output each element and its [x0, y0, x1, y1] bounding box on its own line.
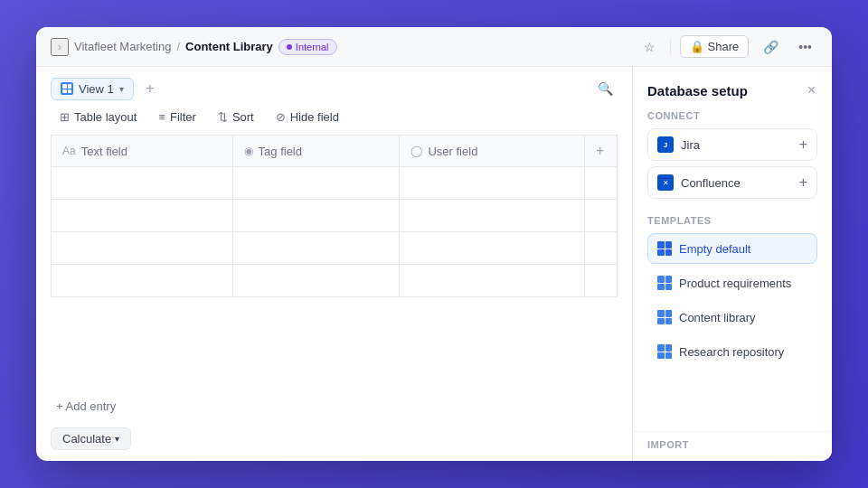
- template-label: Empty default: [679, 242, 751, 256]
- confluence-connect-left: ✕ Confluence: [657, 174, 741, 191]
- filter-button[interactable]: ≡ Filter: [149, 107, 204, 127]
- views-left: View 1 ▾ +: [51, 78, 161, 100]
- template-research-repository[interactable]: Research repository: [647, 336, 817, 367]
- template-icon: [657, 310, 672, 324]
- content-area: View 1 ▾ + 🔍 ⊞ Table layout ≡ F: [36, 67, 832, 461]
- cell[interactable]: [232, 265, 400, 297]
- toolbar: View 1 ▾ + 🔍 ⊞ Table layout ≡ F: [36, 67, 632, 135]
- col-header-text-label: Text field: [81, 145, 127, 158]
- text-field-icon: Aa: [62, 145, 76, 157]
- connect-label: CONNECT: [647, 110, 817, 121]
- filter-label: Filter: [170, 110, 196, 124]
- cell[interactable]: [400, 232, 585, 265]
- import-label: IMPORT: [647, 439, 817, 450]
- table-row: [52, 200, 618, 232]
- divider: [670, 38, 671, 56]
- jira-add-icon: +: [799, 136, 807, 153]
- filter-icon: ≡: [158, 110, 165, 124]
- calculate-row: Calculate ▾: [36, 424, 632, 461]
- views-row: View 1 ▾ + 🔍: [51, 76, 618, 101]
- collapse-sidebar-button[interactable]: ›: [51, 38, 69, 56]
- jira-connect-item[interactable]: J Jira +: [647, 128, 817, 161]
- more-button[interactable]: •••: [793, 36, 817, 58]
- template-icon: [657, 241, 672, 256]
- col-header-tag[interactable]: ◉ Tag field: [232, 136, 400, 167]
- hide-icon: ⊘: [276, 110, 286, 124]
- col-header-user[interactable]: ◯ User field: [400, 136, 585, 167]
- add-column-header[interactable]: +: [585, 136, 618, 167]
- main-window: › Vitafleet Marketing / Content Library …: [36, 27, 832, 461]
- template-label: Content library: [679, 311, 756, 324]
- cell[interactable]: [232, 200, 400, 232]
- add-entry-row: + Add entry: [36, 389, 632, 424]
- template-icon: [657, 276, 672, 290]
- user-field-icon: ◯: [410, 145, 422, 157]
- view-tab-chevron: ▾: [119, 84, 124, 94]
- cell: [585, 200, 618, 232]
- share-button[interactable]: 🔒 Share: [680, 35, 750, 58]
- data-table: Aa Text field ◉ Tag field: [51, 135, 618, 297]
- breadcrumb: › Vitafleet Marketing / Content Library …: [51, 38, 337, 56]
- visibility-badge: Internal: [278, 39, 337, 55]
- connect-section: CONNECT J Jira + ✕ Confluence +: [633, 110, 832, 215]
- cell[interactable]: [400, 265, 585, 297]
- view-tab-1[interactable]: View 1 ▾: [51, 78, 134, 100]
- cell: [585, 232, 618, 265]
- table-row: [52, 265, 618, 297]
- col-header-text[interactable]: Aa Text field: [52, 136, 233, 167]
- tag-field-icon: ◉: [244, 145, 253, 157]
- calculate-button[interactable]: Calculate ▾: [51, 427, 131, 450]
- template-empty-default[interactable]: Empty default: [647, 233, 817, 264]
- search-button[interactable]: 🔍: [592, 76, 618, 101]
- table-layout-label: Table layout: [74, 110, 137, 124]
- database-setup-panel: Database setup × CONNECT J Jira + ✕ Conf…: [633, 67, 832, 461]
- hide-field-button[interactable]: ⊘ Hide field: [267, 107, 348, 127]
- add-column-button[interactable]: +: [596, 143, 604, 159]
- import-section: IMPORT: [633, 431, 832, 461]
- calculate-chevron: ▾: [115, 434, 119, 444]
- hide-field-label: Hide field: [290, 110, 339, 124]
- cell[interactable]: [400, 167, 585, 200]
- col-header-tag-label: Tag field: [259, 145, 302, 158]
- cell: [585, 265, 618, 297]
- confluence-add-icon: +: [799, 174, 807, 191]
- templates-section: TEMPLATES Empty default Product requirem…: [633, 215, 832, 431]
- breadcrumb-separator: /: [176, 40, 180, 53]
- cell[interactable]: [52, 232, 233, 265]
- close-panel-button[interactable]: ×: [806, 81, 817, 99]
- cell: [585, 167, 618, 200]
- lock-icon: 🔒: [690, 40, 704, 53]
- add-entry-button[interactable]: + Add entry: [51, 396, 121, 417]
- col-header-user-label: User field: [428, 145, 477, 158]
- panel-title: Database setup: [647, 83, 748, 99]
- view-tab-label: View 1: [79, 82, 114, 96]
- templates-label: TEMPLATES: [647, 215, 817, 226]
- jira-icon: J: [657, 136, 674, 153]
- add-view-button[interactable]: +: [139, 78, 161, 99]
- cell[interactable]: [400, 200, 585, 232]
- share-label: Share: [708, 40, 740, 53]
- confluence-icon: ✕: [657, 174, 674, 191]
- template-product-requirements[interactable]: Product requirements: [647, 267, 817, 298]
- confluence-label: Confluence: [681, 176, 741, 190]
- cell[interactable]: [232, 232, 400, 265]
- table-row: [52, 167, 618, 200]
- star-button[interactable]: ☆: [638, 36, 661, 58]
- cell[interactable]: [52, 200, 233, 232]
- main-panel: View 1 ▾ + 🔍 ⊞ Table layout ≡ F: [36, 67, 633, 461]
- cell[interactable]: [232, 167, 400, 200]
- cell[interactable]: [52, 265, 233, 297]
- template-icon: [657, 344, 672, 359]
- titlebar-actions: ☆ 🔒 Share 🔗 •••: [638, 35, 817, 58]
- sort-button[interactable]: ⇅ Sort: [209, 107, 263, 127]
- breadcrumb-parent: Vitafleet Marketing: [74, 40, 171, 53]
- link-button[interactable]: 🔗: [758, 36, 784, 58]
- table-layout-icon: ⊞: [60, 110, 70, 124]
- table-layout-button[interactable]: ⊞ Table layout: [51, 107, 146, 127]
- sort-label: Sort: [232, 110, 254, 124]
- template-content-library[interactable]: Content library: [647, 302, 817, 333]
- confluence-connect-item[interactable]: ✕ Confluence +: [647, 166, 817, 199]
- sort-icon: ⇅: [218, 110, 228, 124]
- table-view-icon: [61, 82, 73, 95]
- cell[interactable]: [52, 167, 233, 200]
